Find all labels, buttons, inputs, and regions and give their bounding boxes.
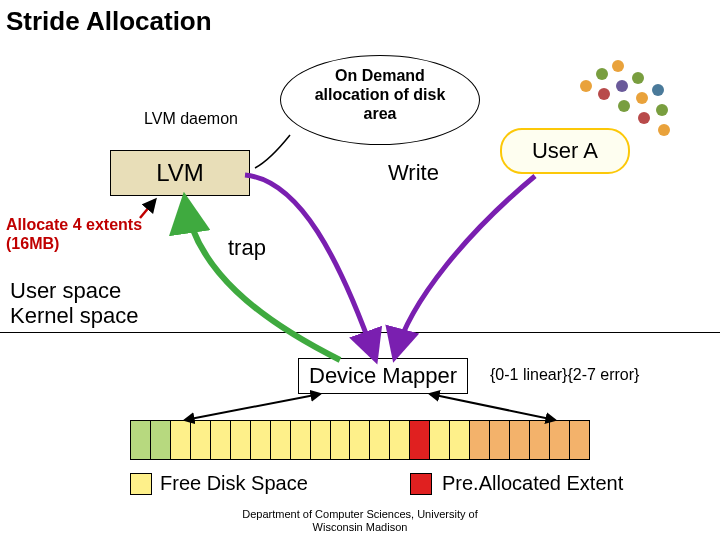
swatch-prealloc-icon (410, 473, 432, 495)
user-a-label: User A (532, 138, 598, 163)
disk-extent (331, 421, 351, 459)
disk-extent (470, 421, 490, 459)
arrow-lvm-to-device-mapper (245, 175, 375, 358)
trap-label: trap (228, 235, 266, 261)
disk-extent (530, 421, 550, 459)
device-mapper-box: Device Mapper (298, 358, 468, 394)
disk-extent (550, 421, 570, 459)
disk-extent (231, 421, 251, 459)
legend-prealloc-label: Pre.Allocated Extent (442, 472, 623, 495)
allocate-extents-label: Allocate 4 extents (16MB) (6, 215, 142, 253)
disk-extent (271, 421, 291, 459)
disk-extent (151, 421, 171, 459)
disk-extent (191, 421, 211, 459)
footer-line2: Wisconsin Madison (313, 521, 408, 533)
arrow-usera-to-device-mapper (395, 176, 535, 356)
disk-extent (131, 421, 151, 459)
user-a-node: User A (500, 128, 630, 174)
mapping-spec: {0-1 linear}{2-7 error} (490, 366, 639, 384)
space-labels: User space Kernel space (10, 278, 138, 329)
swatch-free-icon (130, 473, 152, 495)
disk-extent (490, 421, 510, 459)
kernel-space-label: Kernel space (10, 303, 138, 328)
disk-extent (311, 421, 331, 459)
footer-line1: Department of Computer Sciences, Univers… (242, 508, 477, 520)
lvm-daemon-label: LVM daemon (144, 110, 238, 128)
disk-extent (390, 421, 410, 459)
user-kernel-divider (0, 332, 720, 333)
disk-extent (450, 421, 470, 459)
on-demand-callout: On Demand allocation of disk area (280, 55, 480, 145)
legend-prealloc: Pre.Allocated Extent (410, 472, 623, 495)
disk-extent (570, 421, 589, 459)
disk-extent (430, 421, 450, 459)
disk-extent (350, 421, 370, 459)
disk-extent (291, 421, 311, 459)
write-label: Write (388, 160, 439, 186)
allocate-line1: Allocate 4 extents (6, 216, 142, 233)
arrow-dm-to-disk-right (430, 394, 555, 420)
lvm-box: LVM (110, 150, 250, 196)
disk-extent (171, 421, 191, 459)
disk-bar (130, 420, 590, 460)
disk-extent (410, 421, 430, 459)
disk-extent (510, 421, 530, 459)
page-title: Stride Allocation (6, 6, 212, 37)
arrow-trap (185, 200, 340, 360)
on-demand-text: On Demand allocation of disk area (315, 67, 446, 122)
disk-extent (370, 421, 390, 459)
legend-free-label: Free Disk Space (160, 472, 308, 495)
lvm-box-label: LVM (156, 159, 204, 186)
legend-free: Free Disk Space (130, 472, 308, 495)
device-mapper-label: Device Mapper (309, 363, 457, 388)
disk-extent (251, 421, 271, 459)
footer-attribution: Department of Computer Sciences, Univers… (0, 508, 720, 533)
disk-extent (211, 421, 231, 459)
user-space-label: User space (10, 278, 121, 303)
arrow-dm-to-disk-left (185, 394, 320, 420)
arrow-allocate-to-lvm (140, 200, 155, 218)
allocate-line2: (16MB) (6, 235, 59, 252)
